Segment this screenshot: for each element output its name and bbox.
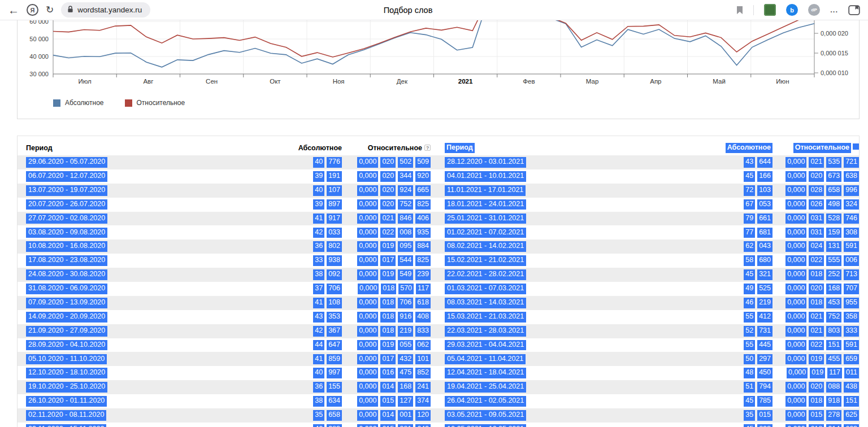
selected-text: 014: [380, 382, 396, 393]
selected-text: 41: [313, 298, 324, 308]
selected-text: 10.05.2021 - 16.05.2021: [445, 424, 526, 427]
trend-chart: 30 00040 00050 00060 0000,000 0100,000 0…: [18, 20, 859, 91]
selected-text: 50: [744, 354, 755, 365]
selected-text: 0,000: [785, 382, 806, 393]
selected-text: 924: [398, 185, 413, 196]
selected-text: 43: [744, 157, 755, 168]
yandex-badge[interactable]: Я: [27, 4, 38, 16]
selected-text: 0,000: [357, 269, 378, 280]
back-button[interactable]: ←: [8, 5, 19, 16]
selected-text: 0,000: [787, 368, 808, 378]
col-header-absolute-right: Абсолютное: [532, 143, 772, 154]
value-cell: 0,000018453955: [772, 298, 859, 308]
selected-text: 219: [757, 298, 772, 308]
selected-text: 0,000: [357, 298, 378, 308]
selected-text: 159: [826, 228, 841, 238]
selected-text: 21.09.2020 - 27.09.2020: [26, 326, 107, 337]
selected-text: 659: [844, 354, 859, 365]
table-row: 03.08.2020 - 09.08.2020420330,0000220089…: [18, 225, 859, 239]
selected-text: 024: [809, 241, 824, 252]
chart-panel: 30 00040 00050 00060 0000,000 0100,000 0…: [17, 20, 860, 119]
selected-text: 020: [380, 199, 396, 210]
value-cell: 0,000018252713: [772, 269, 859, 280]
value-cell: 0,000016475852: [342, 368, 431, 378]
selected-text: 241: [415, 382, 431, 393]
selected-text: 20.07.2020 - 26.07.2020: [26, 199, 107, 210]
selected-text: 108: [327, 298, 342, 308]
selected-text: 852: [415, 368, 431, 378]
value-cell: 0,000022008935: [342, 228, 431, 238]
selected-text: 0,000: [357, 326, 378, 337]
value-cell: 36802: [114, 241, 342, 252]
selected-text: 18.01.2021 - 24.01.2021: [445, 199, 526, 210]
selected-text: 58: [744, 255, 755, 266]
period-cell: 12.04.2021 - 18.04.2021: [445, 368, 532, 378]
help-icon[interactable]: ?: [424, 145, 431, 151]
selected-text: 019: [809, 354, 824, 365]
svg-text:Июл: Июл: [78, 78, 91, 85]
value-cell: 48450: [532, 368, 772, 378]
selected-text: 721: [844, 157, 859, 168]
selected-text: 19.04.2021 - 25.04.2021: [445, 382, 526, 393]
selected-text: 803: [826, 326, 841, 337]
selected-text: 647: [327, 340, 342, 351]
value-cell: 0,000018014663: [772, 424, 859, 427]
selected-text: 44: [313, 340, 324, 351]
selected-text: 019: [380, 269, 396, 280]
tabs-panel-icon[interactable]: [848, 5, 860, 15]
table-row: 20.07.2020 - 26.07.2020398970,0000207528…: [18, 198, 859, 212]
back-icon: ←: [8, 5, 19, 16]
period-cell: 29.03.2021 - 04.04.2021: [445, 340, 532, 351]
legend-item-relative[interactable]: Относительное: [125, 99, 185, 107]
selected-text: 021: [809, 157, 824, 168]
selected-text: 45: [744, 269, 755, 280]
refresh-button[interactable]: ↻: [46, 5, 54, 15]
legend-label: Абсолютное: [65, 99, 104, 107]
selected-text: 0,000: [358, 284, 379, 294]
selected-text: 45: [744, 424, 755, 427]
selected-text: 12.04.2021 - 18.04.2021: [445, 368, 526, 378]
more-button[interactable]: ...: [830, 6, 838, 14]
selected-text: 0,000: [357, 171, 378, 182]
selected-text: 0,000: [357, 354, 378, 365]
period-cell: 09.11.2020 - 15.11.2020: [26, 424, 114, 427]
selected-text: 570: [398, 284, 414, 294]
selected-text: 681: [757, 228, 772, 238]
extension-icon-blue[interactable]: b: [786, 4, 798, 16]
selected-text: 017: [380, 255, 396, 266]
bookmark-icon[interactable]: [736, 6, 743, 15]
selected-text: 938: [327, 255, 342, 266]
table-row: 27.07.2020 - 02.08.2020419170,0000218464…: [18, 212, 859, 226]
selected-text: 0,000: [357, 368, 378, 378]
selected-text: 935: [415, 228, 431, 238]
value-cell: 51794: [532, 382, 772, 393]
selected-text: 67: [744, 199, 755, 210]
selected-text: 412: [757, 312, 772, 323]
selected-text: 168: [826, 284, 841, 294]
table-row: 05.10.2020 - 11.10.2020418590,0000174321…: [18, 352, 859, 366]
selected-text: 014: [826, 424, 841, 427]
selected-text: 015: [809, 410, 824, 421]
extension-icon-green[interactable]: [764, 4, 776, 16]
selected-text: 46: [744, 298, 755, 308]
period-cell: 12.10.2020 - 18.10.2020: [26, 368, 114, 378]
selected-text: 450: [757, 368, 772, 378]
legend-item-absolute[interactable]: Абсолютное: [53, 99, 104, 107]
selected-text: 785: [757, 396, 772, 407]
selected-text: 018: [380, 326, 396, 337]
selected-text: 062: [415, 340, 431, 351]
selected-text: 39: [313, 199, 324, 210]
value-cell: 0,000014001120: [342, 410, 431, 421]
period-cell: 10.08.2020 - 16.08.2020: [26, 241, 114, 252]
period-cell: 18.01.2021 - 24.01.2021: [445, 199, 532, 210]
address-bar[interactable]: wordstat.yandex.ru: [61, 2, 150, 18]
selected-text: 018: [809, 396, 824, 407]
table-row: 17.08.2020 - 23.08.2020339380,0000175448…: [18, 254, 859, 268]
selected-text: 0,000: [785, 241, 806, 252]
selected-text: 04.01.2021 - 10.01.2021: [445, 171, 526, 182]
extension-icon-gray[interactable]: dP: [808, 4, 820, 16]
selected-text: 36: [313, 382, 324, 393]
help-icon-selected[interactable]: [853, 143, 859, 150]
selected-text: 022: [809, 255, 824, 266]
selected-text: 019: [380, 340, 396, 351]
